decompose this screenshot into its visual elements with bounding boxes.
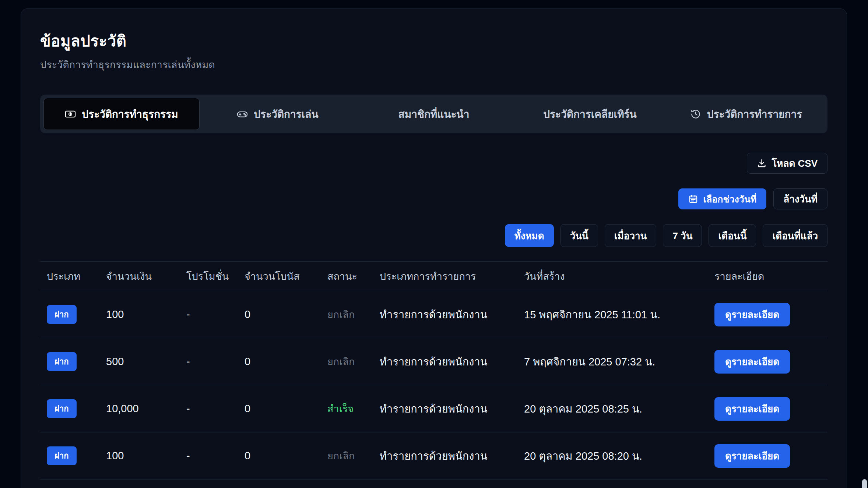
txn-type-cell: ทำรายการด้วยพนักงาน (373, 385, 517, 432)
view-details-button[interactable]: ดูรายละเอียด (714, 444, 790, 468)
tab-activity-history[interactable]: ประวัติการทำรายการ (668, 98, 824, 130)
promotion-cell: - (180, 338, 238, 385)
tab-label: ประวัติการทำธุรกรรม (82, 106, 178, 122)
banknote-icon (65, 109, 76, 120)
tab-label: ประวัติการทำรายการ (707, 106, 802, 122)
created-date-cell: 20 ตุลาคม 2025 08:25 น. (517, 385, 708, 432)
tab-clear-turnover-history[interactable]: ประวัติการเคลียเทิร์น (512, 98, 668, 130)
created-date-cell: 20 ตุลาคม 2025 08:20 น. (517, 432, 708, 480)
status-badge: ยกเลิก (327, 309, 355, 320)
promotion-cell: - (180, 385, 238, 432)
col-header-created-date: วันที่สร้าง (517, 262, 708, 291)
col-header-details: รายละเอียด (708, 262, 827, 291)
tab-transaction-history[interactable]: ประวัติการทำธุรกรรม (43, 98, 200, 130)
created-date-cell: 7 พฤศจิกายน 2025 07:32 น. (517, 338, 708, 385)
filter-yesterday-button[interactable]: เมื่อวาน (605, 224, 657, 247)
promotion-cell: - (180, 432, 238, 480)
amount-cell: 500 (99, 338, 180, 385)
filter-this-month-button[interactable]: เดือนนี้ (709, 224, 756, 247)
created-date-cell: 15 พฤศจิกายน 2025 11:01 น. (517, 291, 708, 338)
viewport: ข้อมูลประวัติ ประวัติการทำธุรกรรมและการเ… (0, 0, 868, 488)
status-badge: สำเร็จ (327, 403, 354, 414)
col-header-type: ประเภท (40, 262, 99, 291)
txn-type-cell: ทำรายการด้วยพนักงาน (373, 291, 517, 338)
amount-cell: 100 (99, 432, 180, 480)
bonus-cell: 0 (238, 432, 321, 480)
amount-cell: 100 (99, 291, 180, 338)
type-badge: ฝาก (47, 399, 77, 418)
clear-date-button[interactable]: ล้างวันที่ (773, 188, 827, 209)
status-badge: ยกเลิก (327, 356, 355, 367)
tab-label: ประวัติการเล่น (254, 106, 318, 122)
download-icon (757, 158, 767, 168)
amount-cell: 10,000 (99, 385, 180, 432)
download-csv-label: โหลด CSV (772, 156, 818, 171)
bonus-cell: 0 (238, 291, 321, 338)
page-title: ข้อมูลประวัติ (40, 32, 827, 50)
filter-all-button[interactable]: ทั้งหมด (505, 224, 554, 247)
col-header-bonus: จำนวนโบนัส (238, 262, 321, 291)
select-date-range-button[interactable]: เลือกช่วงวันที่ (678, 188, 766, 209)
tab-play-history[interactable]: ประวัติการเล่น (200, 98, 356, 130)
history-tabbar: ประวัติการทำธุรกรรม ประวัติการเล่น สมาชิ… (40, 95, 827, 133)
view-details-button[interactable]: ดูรายละเอียด (714, 350, 790, 374)
download-csv-button[interactable]: โหลด CSV (747, 153, 827, 174)
view-details-button[interactable]: ดูรายละเอียด (714, 397, 790, 421)
type-badge: ฝาก (47, 352, 77, 371)
transaction-history-table: ประเภท จำนวนเงิน โปรโมชั่น จำนวนโบนัส สถ… (40, 261, 827, 480)
promotion-cell: - (180, 291, 238, 338)
view-details-button[interactable]: ดูรายละเอียด (714, 303, 790, 326)
tab-referred-members[interactable]: สมาชิกที่แนะนำ (356, 98, 512, 130)
clock-history-icon (690, 109, 701, 120)
select-date-range-label: เลือกช่วงวันที่ (703, 192, 756, 206)
table-row: ฝาก 10,000 - 0 สำเร็จ ทำรายการด้วยพนักงา… (40, 385, 827, 432)
tab-label: สมาชิกที่แนะนำ (398, 106, 470, 122)
page-subtitle: ประวัติการทำธุรกรรมและการเล่นทั้งหมด (40, 57, 827, 73)
txn-type-cell: ทำรายการด้วยพนักงาน (373, 432, 517, 480)
tab-label: ประวัติการเคลียเทิร์น (543, 106, 637, 122)
bonus-cell: 0 (238, 385, 321, 432)
filter-7-days-button[interactable]: 7 วัน (663, 224, 702, 247)
history-panel: ข้อมูลประวัติ ประวัติการทำธุรกรรมและการเ… (21, 8, 847, 488)
vertical-scrollbar-thumb[interactable] (862, 479, 867, 488)
status-badge: ยกเลิก (327, 450, 355, 462)
bonus-cell: 0 (238, 338, 321, 385)
txn-type-cell: ทำรายการด้วยพนักงาน (373, 338, 517, 385)
filter-today-button[interactable]: วันนี้ (560, 224, 598, 247)
type-badge: ฝาก (47, 305, 77, 324)
col-header-amount: จำนวนเงิน (99, 262, 180, 291)
table-header-row: ประเภท จำนวนเงิน โปรโมชั่น จำนวนโบนัส สถ… (40, 262, 827, 291)
gamepad-icon (237, 109, 248, 120)
type-badge: ฝาก (47, 446, 77, 465)
table-row: ฝาก 500 - 0 ยกเลิก ทำรายการด้วยพนักงาน 7… (40, 338, 827, 385)
col-header-txn-type: ประเภทการทำรายการ (373, 262, 517, 291)
filter-last-month-button[interactable]: เดือนที่แล้ว (763, 224, 827, 247)
table-row: ฝาก 100 - 0 ยกเลิก ทำรายการด้วยพนักงาน 2… (40, 432, 827, 480)
col-header-status: สถานะ (321, 262, 373, 291)
col-header-promotion: โปรโมชั่น (180, 262, 238, 291)
calendar-icon (688, 194, 698, 204)
clear-date-label: ล้างวันที่ (783, 191, 818, 206)
table-row: ฝาก 100 - 0 ยกเลิก ทำรายการด้วยพนักงาน 1… (40, 291, 827, 338)
